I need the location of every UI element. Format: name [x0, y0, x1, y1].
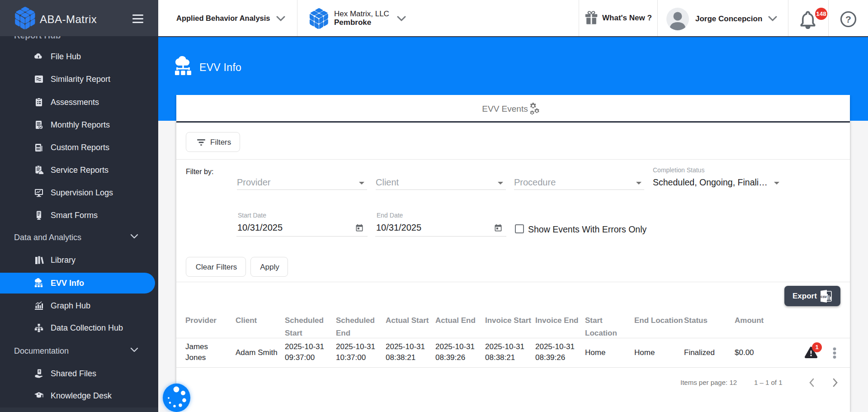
- svg-text:csv: csv: [821, 294, 827, 299]
- svg-text:?: ?: [845, 14, 851, 24]
